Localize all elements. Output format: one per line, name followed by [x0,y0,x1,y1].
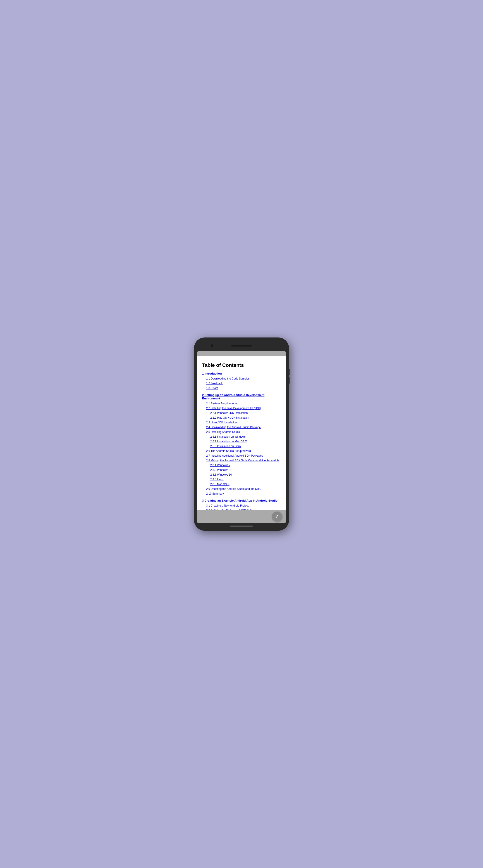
speaker-icon [231,345,252,346]
item-2-8-3[interactable]: 2.8.3 Windows 10 [210,473,281,477]
screen-content: Table of Contents 1.Introduction 1.1 Dow… [197,356,286,510]
side-buttons [289,369,290,383]
item-2-8-2[interactable]: 2.8.2 Windows 8.1 [210,468,281,472]
item-2-8-4[interactable]: 2.8.4 Linux [210,477,281,482]
item-2-5-3[interactable]: 2.5.3 Installation on Linux [210,444,281,448]
item-2-2[interactable]: 2.2 Installing the Java Development Kit … [206,406,281,410]
item-2-1[interactable]: 2.1 System Requirements [206,401,281,405]
phone-screen: Table of Contents 1.Introduction 1.1 Dow… [197,351,286,523]
item-2-8-5[interactable]: 2.8.5 Mac OS X [210,482,281,486]
item-1-2[interactable]: 1.2 Feedback [206,381,281,385]
volume-up-button [289,369,290,375]
item-2-5[interactable]: 2.5 Installing Android Studio [206,430,281,434]
item-1-3[interactable]: 1.3 Errata [206,386,281,390]
volume-down-button [289,377,290,383]
item-3-1[interactable]: 3.1 Creating a New Android Project [206,504,281,508]
status-bar [197,351,286,356]
item-2-9[interactable]: 2.9 Updating the Android Studio and the … [206,487,281,491]
section-3-header[interactable]: 3.Creating an Example Android App in And… [202,499,281,502]
item-2-6[interactable]: 2.6 The Android Studio Setup Wizard [206,449,281,453]
section-1-header[interactable]: 1.Introduction [202,372,281,375]
bottom-bar: ? [197,510,286,523]
item-2-8[interactable]: 2.8 Making the Android SDK Tools Command… [206,458,281,463]
section-2-header[interactable]: 2.Setting up an Android Studio Developme… [202,393,281,400]
item-2-7[interactable]: 2.7 Installing Additional Android SDK Pa… [206,454,281,458]
item-2-4[interactable]: 2.4 Downloading the Android Studio Packa… [206,425,281,429]
home-indicator [230,526,253,527]
item-2-5-1[interactable]: 2.5.1 Installation on Windows [210,435,281,439]
item-2-5-2[interactable]: 2.5.2 Installation on Mac OS X [210,439,281,443]
item-2-10[interactable]: 2.10 Summary [206,492,281,496]
toc-title: Table of Contents [202,362,281,368]
item-2-8-1[interactable]: 2.8.1 Windows 7 [210,463,281,467]
item-2-3[interactable]: 2.3 Linux JDK Installation [206,421,281,425]
phone-device: Table of Contents 1.Introduction 1.1 Dow… [194,338,289,531]
item-2-2-1[interactable]: 2.2.1 Windows JDK Installation [210,411,281,415]
phone-bottom-bar [197,526,286,527]
item-1-1[interactable]: 1.1 Downloading the Code Samples [206,377,281,381]
item-2-2-2[interactable]: 2.2.2 Mac OS X JDK Installation [210,416,281,420]
help-button[interactable]: ? [272,512,282,522]
camera-icon [211,344,214,347]
phone-top-bar [197,342,286,350]
